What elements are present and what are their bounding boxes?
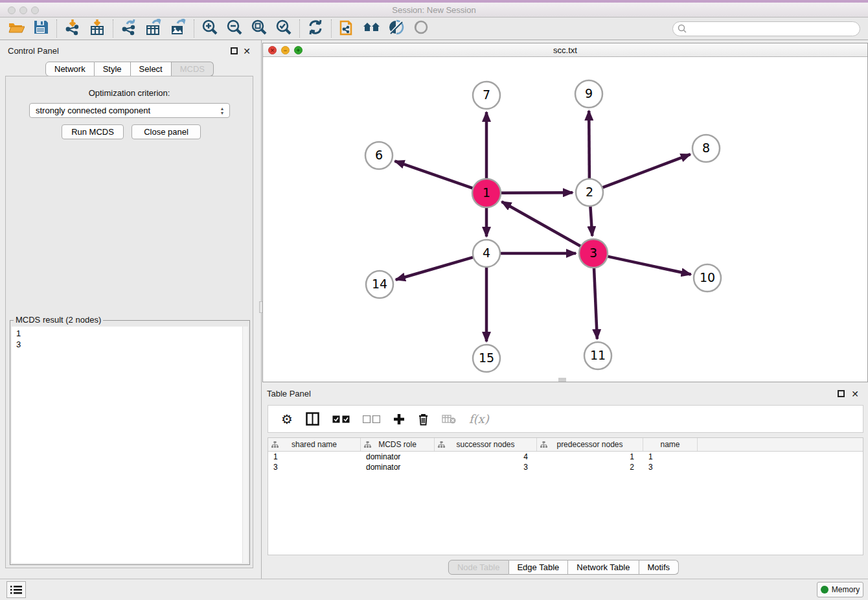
graph-node-14[interactable]: 14: [366, 271, 393, 298]
column-header-predecessor-nodes[interactable]: predecessor nodes: [537, 438, 643, 451]
deselect-all-button[interactable]: [363, 415, 380, 423]
edge-3-1[interactable]: [502, 202, 581, 246]
network-window-title: scc.txt: [263, 45, 867, 55]
new-network-from-selection-button[interactable]: [335, 19, 360, 38]
mcds-result-scrollbar[interactable]: [242, 327, 248, 563]
zoom-in-button[interactable]: [198, 19, 222, 38]
tab-edge-table[interactable]: Edge Table: [508, 560, 568, 575]
zoom-out-icon: [226, 19, 243, 38]
tab-select[interactable]: Select: [131, 62, 172, 76]
network-graph[interactable]: 7968124314101511: [263, 57, 867, 382]
export-image-button[interactable]: [166, 19, 190, 38]
toolbar-separator: [194, 19, 194, 38]
edge-3-11[interactable]: [594, 268, 597, 339]
save-session-button[interactable]: [29, 19, 53, 38]
table-cell[interactable]: 1: [537, 452, 643, 462]
export-network-button[interactable]: [117, 19, 141, 38]
graph-node-10[interactable]: 10: [694, 264, 721, 292]
run-mcds-button[interactable]: Run MCDS: [62, 124, 124, 139]
table-row[interactable]: 1dominator411: [268, 452, 863, 462]
close-panel-icon[interactable]: ✕: [243, 48, 251, 55]
delete-column-button[interactable]: [418, 413, 429, 426]
graph-node-3[interactable]: 3: [579, 239, 608, 268]
toolbar-separator: [56, 19, 57, 38]
first-neighbors-button[interactable]: [360, 19, 384, 38]
tab-network[interactable]: Network: [45, 62, 95, 76]
table-cell[interactable]: 4: [435, 452, 537, 462]
network-window-titlebar[interactable]: ✕ − + scc.txt: [263, 43, 867, 57]
task-history-button[interactable]: [6, 581, 26, 598]
graph-node-6[interactable]: 6: [365, 142, 393, 169]
right-area: ✕ − + scc.txt 7968124314101511 Table Pan…: [259, 40, 868, 579]
main-toolbar: [0, 17, 868, 40]
svg-text:9: 9: [585, 86, 593, 100]
tab-node-table[interactable]: Node Table: [448, 560, 509, 575]
search-input[interactable]: [672, 21, 860, 36]
zoom-in-icon: [201, 19, 218, 38]
tab-style[interactable]: Style: [95, 62, 131, 76]
graph-node-11[interactable]: 11: [584, 342, 611, 369]
graph-node-1[interactable]: 1: [472, 179, 501, 207]
edge-3-10[interactable]: [608, 257, 691, 275]
float-table-panel-icon[interactable]: [838, 390, 845, 397]
table-cell[interactable]: 3: [643, 462, 698, 472]
table-cell[interactable]: 1: [643, 452, 698, 462]
float-panel-icon[interactable]: [231, 47, 238, 54]
table-options-button[interactable]: ⚙: [281, 413, 293, 426]
edge-2-8[interactable]: [602, 154, 691, 187]
import-network-button[interactable]: [60, 19, 85, 38]
import-table-button[interactable]: [85, 19, 109, 38]
graphics-details-button[interactable]: [409, 19, 433, 38]
show-column-panel-button[interactable]: [306, 412, 319, 426]
column-header-shared-name[interactable]: shared name: [268, 438, 361, 451]
graph-node-2[interactable]: 2: [576, 179, 603, 206]
export-table-button[interactable]: [141, 19, 166, 38]
memory-button[interactable]: Memory: [817, 582, 863, 597]
zoom-out-button[interactable]: [222, 19, 247, 38]
open-session-button[interactable]: [4, 19, 29, 38]
table-body: 1dominator4113dominator323: [268, 452, 863, 472]
edge-2-3[interactable]: [590, 206, 592, 236]
table-cell[interactable]: 3: [268, 462, 361, 472]
edge-1-6[interactable]: [395, 161, 474, 189]
column-header-successor-nodes[interactable]: successor nodes: [435, 438, 537, 451]
svg-text:11: 11: [590, 348, 606, 362]
tab-motifs[interactable]: Motifs: [639, 560, 679, 575]
window-resize-handle[interactable]: [558, 378, 566, 382]
tab-network-table[interactable]: Network Table: [568, 560, 639, 575]
function-builder-button[interactable]: f(x): [469, 412, 489, 426]
select-all-button[interactable]: [332, 415, 350, 423]
apply-layout-button[interactable]: [303, 19, 328, 38]
table-cell[interactable]: dominator: [361, 452, 435, 462]
graph-node-7[interactable]: 7: [473, 82, 500, 109]
network-canvas[interactable]: 7968124314101511: [263, 57, 867, 382]
column-header-name[interactable]: name: [643, 438, 698, 451]
table-row[interactable]: 3dominator323: [268, 462, 863, 472]
close-table-panel-icon[interactable]: ✕: [851, 391, 859, 398]
edge-1-2[interactable]: [501, 192, 573, 193]
svg-text:10: 10: [700, 270, 715, 284]
mcds-result-text[interactable]: 1 3: [12, 327, 248, 563]
table-cell[interactable]: 2: [537, 462, 643, 472]
graph-node-4[interactable]: 4: [473, 240, 500, 267]
window-titlebar[interactable]: Session: New Session: [0, 0, 868, 17]
eye-icon: [413, 19, 429, 38]
column-header-MCDS-role[interactable]: MCDS role: [361, 438, 435, 451]
criterion-select[interactable]: strongly connected component ▲▼: [29, 103, 230, 118]
table-cell[interactable]: 1: [268, 452, 361, 462]
zoom-selected-button[interactable]: [271, 19, 296, 38]
zoom-fit-icon: [251, 19, 268, 38]
zoom-fit-button[interactable]: [247, 19, 271, 38]
edge-2-9[interactable]: [589, 111, 589, 179]
delete-table-button[interactable]: [442, 414, 456, 424]
graph-node-15[interactable]: 15: [473, 345, 500, 372]
edge-4-14[interactable]: [396, 257, 474, 280]
add-column-button[interactable]: [393, 413, 405, 425]
graph-node-8[interactable]: 8: [692, 135, 720, 162]
tab-mcds[interactable]: MCDS: [172, 62, 214, 76]
table-cell[interactable]: dominator: [361, 462, 435, 472]
close-panel-button[interactable]: Close panel: [131, 124, 201, 139]
table-cell[interactable]: 3: [435, 462, 537, 472]
vizmapper-button[interactable]: [384, 19, 409, 38]
graph-node-9[interactable]: 9: [575, 80, 602, 108]
